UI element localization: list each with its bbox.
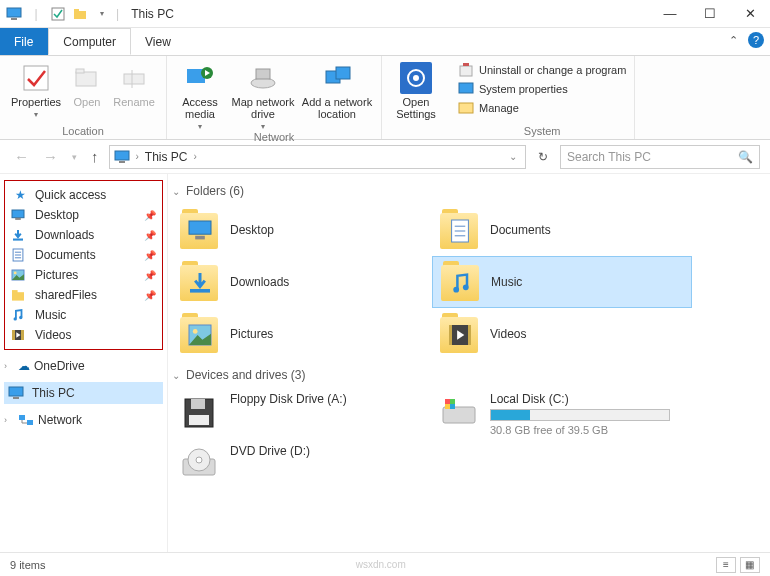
qat-dropdown-icon[interactable]: ▾ xyxy=(94,6,110,22)
usage-bar xyxy=(490,409,670,421)
help-icon[interactable]: ? xyxy=(748,32,764,48)
properties-label: Properties xyxy=(11,96,61,108)
desktop-icon xyxy=(11,208,29,222)
sidebar-item-label: Desktop xyxy=(35,208,79,222)
group-open-settings: Open Settings xyxy=(382,56,450,139)
watermark: wsxdn.com xyxy=(356,559,406,570)
quick-access-label: Quick access xyxy=(35,188,106,202)
refresh-button[interactable]: ↻ xyxy=(532,150,554,164)
drive-item[interactable]: DVD Drive (D:) xyxy=(172,440,432,490)
svg-rect-45 xyxy=(195,236,205,240)
rename-button[interactable]: Rename xyxy=(110,60,158,108)
star-icon: ★ xyxy=(11,188,29,202)
map-drive-icon xyxy=(247,62,279,94)
pin-icon: 📌 xyxy=(144,230,156,241)
drive-item[interactable]: Local Disk (C:)30.8 GB free of 39.5 GB xyxy=(432,388,692,440)
close-button[interactable]: ✕ xyxy=(730,0,770,28)
manage-label: Manage xyxy=(479,102,519,114)
drive-free-text: 30.8 GB free of 39.5 GB xyxy=(490,424,670,436)
folder-icon xyxy=(438,209,480,251)
svg-point-17 xyxy=(413,75,419,81)
floppy-icon xyxy=(178,392,220,434)
open-button[interactable]: Open xyxy=(66,60,108,108)
folder-videos[interactable]: Videos xyxy=(432,308,692,360)
folder-label: Pictures xyxy=(230,327,273,341)
maximize-button[interactable]: ☐ xyxy=(690,0,730,28)
back-button[interactable]: ← xyxy=(10,148,33,165)
this-pc-root[interactable]: This PC xyxy=(4,382,163,404)
minimize-ribbon-icon[interactable]: ⌃ xyxy=(729,34,738,47)
sidebar-item-music[interactable]: Music xyxy=(7,305,160,325)
sidebar-item-label: Downloads xyxy=(35,228,94,242)
folder-music[interactable]: Music xyxy=(432,256,692,308)
address-dropdown-icon[interactable]: ⌄ xyxy=(505,151,521,162)
map-drive-button[interactable]: Map network drive ▾ xyxy=(227,60,299,131)
new-folder-qat-icon[interactable] xyxy=(72,6,88,22)
large-icons-view-button[interactable]: ▦ xyxy=(740,557,760,573)
folder-label: Videos xyxy=(490,327,526,341)
access-media-button[interactable]: Access media ▾ xyxy=(175,60,225,131)
manage-button[interactable]: Manage xyxy=(458,100,626,116)
quick-access-root[interactable]: ★ Quick access xyxy=(7,185,160,205)
sidebar-item-desktop[interactable]: Desktop📌 xyxy=(7,205,160,225)
folder-desktop[interactable]: Desktop xyxy=(172,204,432,256)
folder-documents[interactable]: Documents xyxy=(432,204,692,256)
address-bar[interactable]: › This PC › ⌄ xyxy=(109,145,527,169)
minimize-button[interactable]: — xyxy=(650,0,690,28)
open-settings-label: Open Settings xyxy=(390,96,442,120)
folder-label: Desktop xyxy=(230,223,274,237)
svg-point-52 xyxy=(463,284,469,290)
ribbon: Properties ▾ Open Rename Location Access… xyxy=(0,56,770,140)
folders-header-label: Folders (6) xyxy=(186,184,244,198)
chevron-right-icon[interactable]: › xyxy=(136,151,139,162)
svg-rect-42 xyxy=(19,415,25,420)
sidebar-item-pictures[interactable]: Pictures📌 xyxy=(7,265,160,285)
group-network: Access media ▾ Map network drive ▾ Add a… xyxy=(167,56,382,139)
folder-icon xyxy=(178,209,220,251)
folders-header[interactable]: ⌄ Folders (6) xyxy=(172,184,760,198)
drives-header[interactable]: ⌄ Devices and drives (3) xyxy=(172,368,760,382)
details-view-button[interactable]: ≡ xyxy=(716,557,736,573)
group-system-label: System xyxy=(458,125,626,137)
network-root[interactable]: › Network xyxy=(4,410,163,430)
sidebar-item-videos[interactable]: Videos xyxy=(7,325,160,345)
add-location-button[interactable]: Add a network location xyxy=(301,60,373,120)
network-label: Network xyxy=(38,413,82,427)
svg-rect-25 xyxy=(15,218,21,220)
media-icon xyxy=(184,62,216,94)
up-button[interactable]: ↑ xyxy=(87,148,103,165)
folder-icon xyxy=(439,261,481,303)
chevron-down-icon: ⌄ xyxy=(172,370,180,381)
title-bar: | ▾ | This PC — ☐ ✕ xyxy=(0,0,770,28)
system-properties-label: System properties xyxy=(479,83,568,95)
tab-view[interactable]: View xyxy=(131,28,186,55)
uninstall-button[interactable]: Uninstall or change a program xyxy=(458,62,626,78)
properties-button[interactable]: Properties ▾ xyxy=(8,60,64,119)
recent-dropdown[interactable]: ▾ xyxy=(68,152,81,162)
svg-rect-4 xyxy=(74,9,79,12)
access-media-label: Access media xyxy=(175,96,225,120)
drive-item[interactable]: Floppy Disk Drive (A:) xyxy=(172,388,432,440)
svg-rect-44 xyxy=(189,221,211,234)
svg-rect-7 xyxy=(76,69,84,73)
folder-downloads[interactable]: Downloads xyxy=(172,256,432,308)
open-settings-button[interactable]: Open Settings xyxy=(390,60,442,120)
onedrive-root[interactable]: › ☁ OneDrive xyxy=(4,356,163,376)
sidebar-item-documents[interactable]: Documents📌 xyxy=(7,245,160,265)
svg-rect-61 xyxy=(443,407,475,423)
svg-point-32 xyxy=(14,272,17,275)
svg-rect-22 xyxy=(115,151,129,160)
forward-button[interactable]: → xyxy=(39,148,62,165)
search-box[interactable]: Search This PC 🔍 xyxy=(560,145,760,169)
add-location-label: Add a network location xyxy=(301,96,373,120)
svg-point-68 xyxy=(196,457,202,463)
tab-computer[interactable]: Computer xyxy=(48,28,131,55)
system-properties-button[interactable]: System properties xyxy=(458,81,626,97)
folder-pictures[interactable]: Pictures xyxy=(172,308,432,360)
sidebar-item-downloads[interactable]: Downloads📌 xyxy=(7,225,160,245)
chevron-right-icon[interactable]: › xyxy=(194,151,197,162)
sidebar-item-sharedfiles[interactable]: sharedFiles📌 xyxy=(7,285,160,305)
breadcrumb-this-pc[interactable]: This PC xyxy=(145,150,188,164)
tab-file[interactable]: File xyxy=(0,28,48,55)
properties-qat-icon[interactable] xyxy=(50,6,66,22)
